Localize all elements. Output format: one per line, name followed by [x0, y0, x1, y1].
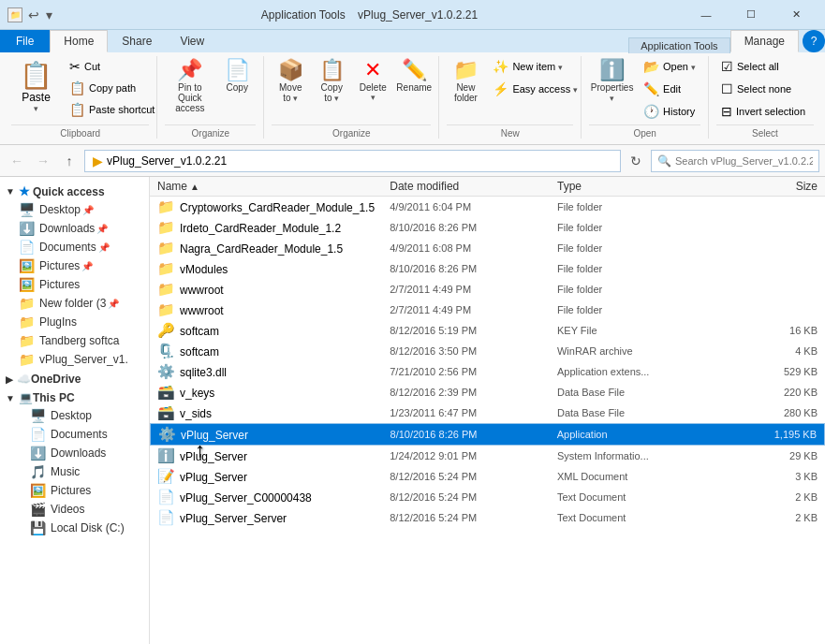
thispc-header[interactable]: ▼ 💻 This PC	[0, 388, 149, 406]
newfolder-button[interactable]: 📁 Newfolder	[447, 56, 484, 107]
sidebar-item-documents[interactable]: 📄 Documents 📌	[0, 238, 149, 256]
file-name: 📁wwwroot	[157, 281, 390, 298]
maximize-button[interactable]: ☐	[729, 0, 773, 30]
pin-quickaccess-button[interactable]: 📌 Pin to Quick access	[165, 56, 214, 117]
sidebar-item-newfolder[interactable]: 📁 New folder (3 📌	[0, 294, 149, 313]
delete-dropdown-arrow: ▾	[371, 93, 376, 102]
col-header-type[interactable]: Type	[557, 180, 725, 193]
pin-icon-desktop: 📌	[82, 205, 94, 215]
easyaccess-button[interactable]: ⚡ Easy access ▾	[488, 79, 582, 99]
sidebar-item-pictures[interactable]: 🖼️ Pictures 📌	[0, 256, 149, 275]
selectall-button[interactable]: ☑ Select all	[716, 56, 810, 77]
table-row[interactable]: 🗜️softcam 8/12/2016 3:50 PM WinRAR archi…	[150, 341, 825, 361]
title-bar-left: 📁 ↩ ▾	[7, 6, 54, 24]
sidebar-item-tandberg[interactable]: 📁 Tandberg softca	[0, 331, 149, 350]
table-row[interactable]: 📁Cryptoworks_CardReader_Module_1.5 4/9/2…	[150, 197, 825, 217]
sidebar-item-thispc-localdisk[interactable]: 💾 Local Disk (C:)	[0, 519, 149, 537]
sidebar-item-thispc-videos[interactable]: 🎬 Videos	[0, 500, 149, 519]
cut-icon: ✂	[69, 59, 81, 74]
sidebar-item-thispc-music[interactable]: 🎵 Music	[0, 462, 149, 481]
tab-file[interactable]: File	[0, 30, 50, 52]
file-size: 1,195 KB	[724, 429, 817, 440]
open-button[interactable]: 📂 Open ▾	[639, 56, 700, 77]
tandberg-icon: 📁	[19, 333, 35, 348]
paste-dropdown-arrow: ▾	[34, 104, 38, 113]
tab-home[interactable]: Home	[50, 30, 108, 52]
sidebar-item-thispc-downloads[interactable]: ⬇️ Downloads	[0, 444, 149, 462]
search-box[interactable]: 🔍	[651, 150, 819, 172]
col-header-size[interactable]: Size	[725, 180, 818, 193]
file-size: 29 KB	[725, 450, 818, 461]
minimize-button[interactable]: —	[685, 0, 728, 30]
table-row[interactable]: 📁Nagra_CardReader_Module_1.5 4/9/2011 6:…	[150, 238, 825, 258]
close-button[interactable]: ✕	[774, 0, 818, 30]
col-header-name[interactable]: Name ▲	[157, 180, 390, 193]
organize-items: 📦 Moveto ▾ 📋 Copyto ▾ ✕ Delete ▾ ✏️ Rena…	[272, 56, 431, 122]
table-row[interactable]: 📁vModules 8/10/2016 8:26 PM File folder	[150, 258, 825, 279]
sidebar-item-pictures2[interactable]: 🖼️ Pictures	[0, 275, 149, 294]
tab-view[interactable]: View	[166, 30, 218, 52]
sidebar-item-thispc-documents[interactable]: 📄 Documents	[0, 425, 149, 444]
tab-share[interactable]: Share	[108, 30, 166, 52]
moveto-button[interactable]: 📦 Moveto ▾	[272, 56, 309, 107]
refresh-button[interactable]: ↻	[625, 150, 647, 172]
selectall-label: Select all	[737, 61, 779, 72]
table-row[interactable]: 🗃️v_sids 1/23/2011 6:47 PM Data Base Fil…	[150, 402, 825, 423]
window-title: Application Tools vPlug_Server_v1.0.2.21	[261, 8, 478, 22]
copyto-button[interactable]: 📋 Copyto ▾	[313, 56, 350, 107]
address-path[interactable]: ▶ vPlug_Server_v1.0.2.21	[84, 150, 621, 172]
search-input[interactable]	[675, 155, 813, 167]
selectnone-button[interactable]: ☐ Select none	[716, 79, 810, 99]
table-row[interactable]: 📄vPlug_Server_Server 8/12/2016 5:24 PM T…	[150, 507, 825, 528]
qa-btn-2[interactable]: ▾	[44, 6, 54, 24]
paste-shortcut-label: Paste shortcut	[89, 104, 155, 115]
table-row[interactable]: 🗃️v_keys 8/12/2016 2:39 PM Data Base Fil…	[150, 382, 825, 402]
tab-application-tools[interactable]: Application Tools	[628, 37, 729, 53]
up-button[interactable]: ↑	[58, 150, 81, 172]
back-button[interactable]: ←	[6, 150, 28, 172]
history-button[interactable]: 🕐 History	[639, 101, 700, 122]
quick-access-header[interactable]: ▼ ★ Quick access	[0, 181, 149, 200]
properties-button[interactable]: ℹ️ Properties▾	[589, 56, 635, 107]
edit-button[interactable]: ✏️ Edit	[639, 79, 700, 99]
cut-button[interactable]: ✂ Cut	[65, 56, 159, 77]
qa-btn-1[interactable]: ↩	[26, 6, 41, 24]
sidebar-item-vplug[interactable]: 📁 vPlug_Server_v1.	[0, 350, 149, 369]
help-button[interactable]: ?	[803, 30, 825, 52]
table-row[interactable]: 🔑softcam 8/12/2016 5:19 PM KEY File 16 K…	[150, 320, 825, 341]
file-item-icon: 📁	[157, 198, 175, 214]
table-row[interactable]: 📝vPlug_Server 8/12/2016 5:24 PM XML Docu…	[150, 466, 825, 487]
delete-label: Delete	[360, 82, 387, 93]
rename-button[interactable]: ✏️ Rename	[395, 56, 433, 96]
sidebar-item-plugins[interactable]: 📁 PlugIns	[0, 313, 149, 331]
file-date: 1/23/2011 6:47 PM	[390, 407, 557, 418]
sidebar-item-desktop[interactable]: 🖥️ Desktop 📌	[0, 200, 149, 219]
delete-button[interactable]: ✕ Delete ▾	[354, 56, 391, 106]
forward-button[interactable]: →	[32, 150, 54, 172]
table-row[interactable]: ⚙️vPlug_Server 8/10/2016 8:26 PM Applica…	[150, 423, 825, 446]
sidebar-item-thispc-desktop[interactable]: 🖥️ Desktop	[0, 406, 149, 425]
file-item-icon: 🗃️	[157, 404, 175, 420]
paste-button[interactable]: 📋 Paste ▾	[11, 56, 61, 117]
table-row[interactable]: 📄vPlug_Server_C00000438 8/12/2016 5:24 P…	[150, 487, 825, 507]
col-date-text: Date modified	[390, 180, 459, 193]
copy-path-button[interactable]: 📋 Copy path	[65, 78, 159, 98]
properties-label: Properties▾	[591, 82, 634, 103]
newitem-button[interactable]: ✨ New item ▾	[488, 56, 582, 77]
invertselection-button[interactable]: ⊟ Invert selection	[716, 101, 810, 122]
sidebar-item-downloads[interactable]: ⬇️ Downloads 📌	[0, 219, 149, 238]
table-row[interactable]: ℹ️vPlug_Server 1/24/2012 9:01 PM System …	[150, 446, 825, 466]
paste-shortcut-button[interactable]: 📋 Paste shortcut	[65, 99, 159, 120]
table-row[interactable]: 📁Irdeto_CardReader_Module_1.2 8/10/2016 …	[150, 217, 825, 238]
col-header-date[interactable]: Date modified	[390, 180, 557, 193]
sidebar-item-thispc-pictures[interactable]: 🖼️ Pictures	[0, 481, 149, 500]
table-row[interactable]: ⚙️sqlite3.dll 7/21/2010 2:56 PM Applicat…	[150, 361, 825, 382]
tab-manage[interactable]: Manage	[730, 30, 799, 52]
file-size: 280 KB	[725, 407, 818, 418]
table-row[interactable]: 📁wwwroot 2/7/2011 4:49 PM File folder	[150, 279, 825, 300]
onedrive-header[interactable]: ▶ ☁️ OneDrive	[0, 369, 149, 388]
file-date: 8/10/2016 8:26 PM	[390, 429, 557, 440]
sidebar-plugins-label: PlugIns	[39, 315, 77, 329]
table-row[interactable]: 📁wwwroot 2/7/2011 4:49 PM File folder	[150, 300, 825, 320]
copy-button[interactable]: 📄 Copy	[218, 56, 256, 96]
